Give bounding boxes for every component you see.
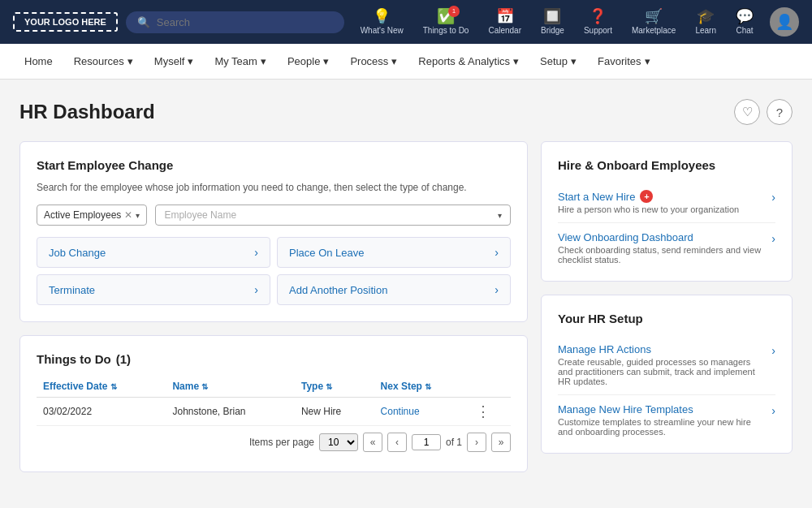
chevron-down-icon: ▾ bbox=[127, 55, 133, 67]
chevron-down-icon: ▾ bbox=[571, 55, 577, 67]
nav-things-to-do[interactable]: ✅ 1 Things to Do bbox=[415, 6, 477, 38]
employee-placeholder: Employee Name bbox=[164, 209, 236, 221]
active-employees-filter[interactable]: Active Employees ✕ ▾ bbox=[37, 204, 147, 226]
sidebar-item-reports-analytics[interactable]: Reports & Analytics ▾ bbox=[410, 44, 527, 80]
manage-hr-actions-desc: Create reusable, guided processes so man… bbox=[558, 357, 767, 386]
next-page-button[interactable]: › bbox=[467, 433, 486, 452]
first-page-button[interactable]: « bbox=[363, 433, 382, 452]
pagination-row: Items per page 10 25 50 « ‹ of 1 › » bbox=[37, 426, 511, 455]
main-layout: Start Employee Change Search for the emp… bbox=[19, 141, 793, 472]
sidebar-item-home[interactable]: Home bbox=[16, 44, 61, 80]
employee-name-input[interactable]: Employee Name ▾ bbox=[155, 204, 511, 226]
support-icon: ❓ bbox=[589, 9, 607, 24]
heart-button[interactable]: ♡ bbox=[734, 99, 760, 125]
employee-change-title: Start Employee Change bbox=[37, 158, 511, 172]
manage-new-hire-templates-content: Manage New Hire Templates Customize temp… bbox=[558, 403, 767, 437]
clear-filter-icon[interactable]: ✕ bbox=[124, 209, 132, 221]
active-employees-label: Active Employees bbox=[44, 209, 121, 221]
hr-setup-title: Your HR Setup bbox=[558, 312, 775, 325]
things-to-do-icon: ✅ 1 bbox=[437, 9, 455, 24]
employee-change-card: Start Employee Change Search for the emp… bbox=[19, 141, 528, 322]
chevron-right-icon: › bbox=[771, 191, 775, 204]
cell-name: Johnstone, Brian bbox=[166, 398, 294, 426]
view-onboarding-content: View Onboarding Dashboard Check onboardi… bbox=[558, 231, 767, 265]
start-new-hire-content: Start a New Hire + Hire a person who is … bbox=[558, 190, 767, 214]
table-header: Effective Date ⇅ Name ⇅ Type ⇅ bbox=[37, 374, 511, 398]
plus-icon: + bbox=[640, 190, 653, 203]
help-button[interactable]: ? bbox=[767, 99, 793, 125]
last-page-button[interactable]: » bbox=[491, 433, 511, 452]
whats-new-icon: 💡 bbox=[373, 9, 391, 24]
manage-new-hire-templates-item[interactable]: Manage New Hire Templates Customize temp… bbox=[558, 395, 775, 437]
sidebar-item-people[interactable]: People ▾ bbox=[279, 44, 337, 80]
search-bar[interactable]: 🔍 bbox=[126, 11, 344, 33]
nav-chat[interactable]: 💬 Chat bbox=[728, 6, 762, 38]
job-change-option[interactable]: Job Change › bbox=[37, 237, 270, 268]
sidebar-item-my-team[interactable]: My Team ▾ bbox=[206, 44, 274, 80]
sidebar-item-favorites[interactable]: Favorites ▾ bbox=[590, 44, 658, 80]
sort-icon: ⇅ bbox=[110, 382, 117, 391]
nav-marketplace[interactable]: 🛒 Marketplace bbox=[624, 6, 684, 38]
col-name[interactable]: Name ⇅ bbox=[166, 374, 294, 398]
continue-link[interactable]: Continue bbox=[381, 406, 420, 417]
bridge-icon: 🔲 bbox=[543, 9, 561, 24]
right-column: Hire & Onboard Employees Start a New Hir… bbox=[541, 141, 793, 472]
manage-hr-actions-item[interactable]: Manage HR Actions Create reusable, guide… bbox=[558, 335, 775, 395]
nav-bridge[interactable]: 🔲 Bridge bbox=[533, 6, 572, 38]
heart-icon: ♡ bbox=[742, 105, 753, 119]
start-new-hire-item[interactable]: Start a New Hire + Hire a person who is … bbox=[558, 182, 775, 223]
terminate-option[interactable]: Terminate › bbox=[37, 274, 270, 305]
nav-calendar[interactable]: 📅 Calendar bbox=[480, 6, 529, 38]
sidebar-item-resources[interactable]: Resources ▾ bbox=[66, 44, 141, 80]
current-page-input[interactable] bbox=[412, 434, 441, 450]
items-per-page-select[interactable]: 10 25 50 bbox=[319, 433, 358, 451]
top-nav: YOUR LOGO HERE 🔍 💡 What's New ✅ 1 Things… bbox=[0, 0, 812, 44]
left-column: Start Employee Change Search for the emp… bbox=[19, 141, 528, 472]
learn-icon: 🎓 bbox=[697, 9, 715, 24]
nav-whats-new[interactable]: 💡 What's New bbox=[352, 6, 412, 38]
view-onboarding-desc: Check onboarding status, send reminders … bbox=[558, 245, 767, 265]
nav-learn[interactable]: 🎓 Learn bbox=[687, 6, 724, 38]
sort-icon: ⇅ bbox=[326, 382, 332, 391]
chevron-down-icon: ▾ bbox=[188, 55, 193, 67]
things-to-do-table-wrap: Effective Date ⇅ Name ⇅ Type ⇅ bbox=[37, 374, 511, 455]
cell-menu: ⋮ bbox=[469, 398, 511, 426]
sidebar-item-myself[interactable]: Myself ▾ bbox=[146, 44, 202, 80]
col-nex-step[interactable]: Nex Step ⇅ bbox=[374, 374, 470, 398]
sidebar-item-setup[interactable]: Setup ▾ bbox=[532, 44, 585, 80]
page-title: HR Dashboard bbox=[19, 101, 155, 123]
chevron-right-icon: › bbox=[495, 246, 499, 259]
chevron-down-icon: ▾ bbox=[323, 55, 329, 67]
table-body: 03/02/2022 Johnstone, Brian New Hire Con… bbox=[37, 398, 511, 426]
items-per-page-label: Items per page bbox=[249, 437, 314, 448]
manage-new-hire-templates-label: Manage New Hire Templates bbox=[558, 403, 767, 415]
chevron-right-icon: › bbox=[495, 283, 499, 296]
chevron-down-icon: ▾ bbox=[391, 55, 397, 67]
chevron-down-icon: ▾ bbox=[513, 55, 519, 67]
start-new-hire-desc: Hire a person who is new to your organiz… bbox=[558, 204, 767, 214]
filter-row: Active Employees ✕ ▾ Employee Name ▾ bbox=[37, 204, 511, 226]
add-another-position-option[interactable]: Add Another Position › bbox=[277, 274, 511, 305]
view-onboarding-item[interactable]: View Onboarding Dashboard Check onboardi… bbox=[558, 223, 775, 265]
place-on-leave-option[interactable]: Place On Leave › bbox=[277, 237, 511, 268]
manage-new-hire-templates-desc: Customize templates to streamline your n… bbox=[558, 417, 767, 437]
things-to-do-badge: 1 bbox=[448, 6, 460, 17]
col-type[interactable]: Type ⇅ bbox=[295, 374, 374, 398]
chevron-down-icon: ▾ bbox=[645, 55, 650, 67]
logo[interactable]: YOUR LOGO HERE bbox=[13, 12, 118, 32]
hr-setup-card: Your HR Setup Manage HR Actions Create r… bbox=[541, 295, 793, 454]
col-effective-date[interactable]: Effective Date ⇅ bbox=[37, 374, 166, 398]
calendar-icon: 📅 bbox=[496, 9, 514, 24]
things-to-do-table: Effective Date ⇅ Name ⇅ Type ⇅ bbox=[37, 374, 511, 426]
prev-page-button[interactable]: ‹ bbox=[387, 433, 407, 452]
chevron-right-icon: › bbox=[771, 232, 775, 245]
avatar[interactable]: 👤 bbox=[770, 7, 799, 37]
secondary-nav: Home Resources ▾ Myself ▾ My Team ▾ Peop… bbox=[0, 44, 812, 80]
sidebar-item-process[interactable]: Process ▾ bbox=[342, 44, 405, 80]
nav-support[interactable]: ❓ Support bbox=[576, 6, 620, 38]
top-nav-icons: 💡 What's New ✅ 1 Things to Do 📅 Calendar… bbox=[352, 6, 799, 38]
page-content: HR Dashboard ♡ ? Start Employee Change S… bbox=[0, 80, 812, 492]
row-menu-icon[interactable]: ⋮ bbox=[476, 403, 490, 420]
chat-icon: 💬 bbox=[736, 9, 754, 24]
search-input[interactable] bbox=[157, 16, 333, 28]
